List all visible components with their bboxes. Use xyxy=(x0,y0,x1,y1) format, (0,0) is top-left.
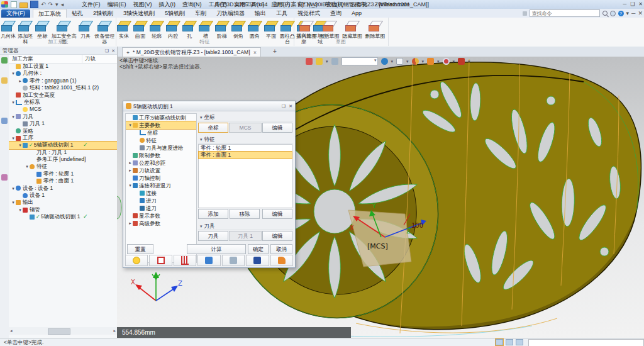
coord-edit-button[interactable]: 编辑 xyxy=(262,123,292,133)
ribbon-button[interactable]: 激活草图 xyxy=(319,19,340,39)
tool-edit-button[interactable]: 编辑 xyxy=(262,231,292,241)
selection-filter-icon[interactable] xyxy=(331,58,338,65)
menu-item[interactable]: 帮助(H) xyxy=(325,0,344,9)
ribbon-tab[interactable]: 车削 xyxy=(190,9,211,18)
dialog-tree-row[interactable]: 特征 xyxy=(126,137,196,144)
menu-item[interactable]: ZWTeammate xyxy=(375,0,410,9)
expand-arrow-icon[interactable]: ▾ xyxy=(11,70,16,77)
ribbon-button[interactable]: 内腔 xyxy=(165,19,181,39)
dialog-tree-row[interactable]: ▸ 刀轨设置 xyxy=(126,167,196,174)
tool-pick-button[interactable]: 刀具 xyxy=(198,231,228,241)
role-tab-icon[interactable] xyxy=(1,174,8,181)
tree-row[interactable]: ▾ 坐标系 xyxy=(9,99,117,106)
menu-item[interactable]: 窗口(W) xyxy=(297,0,318,9)
tree-row[interactable]: ▾ 特征 xyxy=(9,163,117,170)
feature-add-button[interactable]: 添加 xyxy=(198,209,228,219)
ribbon-button[interactable]: 删除草图 xyxy=(365,19,386,39)
document-tab[interactable]: * M_20iB变位机钢管程序.Z3 - [table2.1001_CAM] xyxy=(122,47,261,57)
expand-arrow-icon[interactable]: ▾ xyxy=(18,142,23,148)
dialog-tree-row[interactable]: 工序:5轴驱动线切割 xyxy=(126,114,196,121)
cancel-button[interactable]: 取消 xyxy=(270,244,292,254)
dialog-tree-row[interactable]: 坐标 xyxy=(126,129,196,137)
tree-row[interactable]: ▸ 零件 : gangguan (1) xyxy=(9,77,117,84)
ribbon-tab[interactable]: App xyxy=(347,9,367,18)
tree-row[interactable]: 刀具 1 xyxy=(9,120,117,127)
reset-button[interactable]: 重置 xyxy=(127,244,153,254)
ribbon-tab[interactable]: 5轴铣削 xyxy=(160,9,190,18)
tree-row[interactable]: ▾ 工序 xyxy=(9,135,117,142)
tools-button[interactable] xyxy=(222,255,245,266)
coord-pick-button[interactable]: 坐标 xyxy=(198,123,228,133)
expand-arrow-icon[interactable]: ▸ xyxy=(128,220,133,227)
ribbon-button[interactable]: 平面 xyxy=(263,19,279,39)
dialog-tree-row[interactable]: 刀轴控制 xyxy=(126,174,196,182)
feature-edit-button[interactable]: 编辑 xyxy=(262,209,292,219)
dialog-collapse-icon[interactable] xyxy=(282,101,286,111)
expand-arrow-icon[interactable]: ▸ xyxy=(128,167,133,174)
expand-arrow-icon[interactable]: ▾ xyxy=(18,206,23,213)
ribbon-tab[interactable]: 2轴铣削 xyxy=(88,9,118,18)
toolpath-preview-button[interactable] xyxy=(174,255,196,266)
tree-row[interactable]: 设备 1 xyxy=(9,192,117,199)
display-mode-icon[interactable] xyxy=(496,339,503,345)
tree-row[interactable]: ▾ 钢管 xyxy=(9,206,117,213)
ribbon-button[interactable]: 阶梯 xyxy=(214,19,230,39)
minimize-ribbon-icon[interactable] xyxy=(631,9,635,18)
save-params-button[interactable] xyxy=(246,255,269,266)
expand-arrow-icon[interactable]: ▸ xyxy=(18,77,23,84)
qat-customize-icon[interactable] xyxy=(55,0,58,9)
help-dropdown-icon[interactable] xyxy=(626,9,630,18)
clamp-display-icon[interactable] xyxy=(458,58,465,65)
column-plan[interactable]: 加工方案 xyxy=(12,55,33,63)
dialog-tree-row[interactable]: 限制参数 xyxy=(126,152,196,159)
minimize-icon[interactable] xyxy=(623,0,626,8)
file-menu-button[interactable]: 文件(F) xyxy=(1,9,30,18)
tab-close-icon[interactable] xyxy=(253,50,257,55)
close-doc-icon[interactable] xyxy=(638,9,643,18)
monitor-icon[interactable] xyxy=(506,339,513,345)
tree-row[interactable]: 加工设置 1 xyxy=(9,63,117,70)
new-file-icon[interactable] xyxy=(11,1,17,8)
ok-button[interactable]: 确定 xyxy=(248,244,269,254)
tree-row[interactable]: 坯料 : table2.1001_坯料.1 (2) xyxy=(9,84,117,91)
ribbon-tab[interactable]: 刀轨编辑器 xyxy=(211,9,250,18)
calculate-button[interactable]: 计算 xyxy=(187,244,246,254)
dialog-close-icon[interactable] xyxy=(289,101,292,111)
open-file-icon[interactable] xyxy=(19,3,28,8)
dialog-tree-row[interactable]: ▸ 公差和步距 xyxy=(126,159,196,167)
tree-row[interactable]: ▾ 几何体 : xyxy=(9,70,117,77)
tree-row[interactable]: ▾ 输出 xyxy=(9,199,117,206)
menu-item[interactable]: 插入(I) xyxy=(159,0,176,9)
undo-icon[interactable] xyxy=(41,0,46,9)
ribbon-tab[interactable]: 工具 xyxy=(271,9,292,18)
render-mode-icon[interactable] xyxy=(412,58,419,65)
dialog-title-bar[interactable]: 5轴驱动线切割 1 xyxy=(123,101,295,111)
dialog-tree-row[interactable]: ▾ 连接和进退刀 xyxy=(126,182,196,189)
expand-arrow-icon[interactable]: ▾ xyxy=(11,113,16,120)
expand-arrow-icon[interactable]: ▾ xyxy=(11,185,16,192)
dialog-tree-row[interactable]: ▸ 高级参数 xyxy=(126,220,196,227)
menu-item[interactable]: 文件(F) xyxy=(82,0,101,9)
menu-item[interactable]: 云存储 xyxy=(351,0,368,9)
tool-section-header[interactable]: 刀具 xyxy=(198,222,293,230)
tree-h-scrollbar[interactable]: ◂ ▸ xyxy=(9,327,117,335)
menu-item[interactable]: 视图(V) xyxy=(133,0,152,9)
feature-section-header[interactable]: 特征 xyxy=(198,135,293,143)
dialog-tree-row[interactable]: 显示参数 xyxy=(126,212,196,220)
manager-tree-tab-icon[interactable] xyxy=(1,57,8,64)
status-input-field[interactable] xyxy=(528,339,644,346)
ribbon-button[interactable]: 孔 xyxy=(181,19,197,39)
wireframe-display-icon[interactable] xyxy=(396,58,403,65)
tree-row[interactable]: ✓ 5轴驱动线切割 1 ✓ xyxy=(9,213,117,220)
tree-row[interactable]: ▾ 设备 : 设备 1 xyxy=(9,185,117,192)
coord-section-header[interactable]: 坐标 xyxy=(198,113,293,121)
tree-row[interactable]: 加工安全高度 xyxy=(9,92,117,99)
menu-item[interactable]: 编辑(E) xyxy=(108,0,126,9)
visual-manager-tab-icon[interactable] xyxy=(1,118,8,124)
ribbon-button[interactable]: 插入草图 xyxy=(296,19,316,39)
ribbon-tab[interactable]: 视觉样式 xyxy=(292,9,325,18)
panel-toggle-icon[interactable] xyxy=(516,339,523,345)
expand-arrow-icon[interactable]: ▾ xyxy=(128,182,133,189)
feature-remove-button[interactable]: 移除 xyxy=(230,209,260,219)
exit-environment-icon[interactable] xyxy=(306,58,313,65)
